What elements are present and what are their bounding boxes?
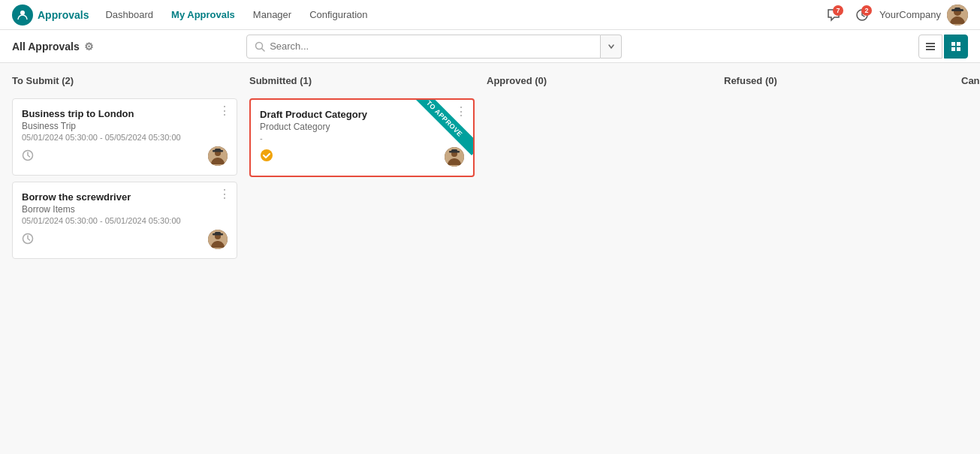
topnav-right: 7 2 YourCompany: [822, 4, 968, 26]
subheader: All Approvals ⚙: [0, 30, 980, 63]
card-subtitle: Borrow Items: [22, 204, 228, 215]
card-footer: [260, 147, 464, 167]
clock-icon: [22, 233, 34, 247]
search-dropdown-button[interactable]: [601, 35, 622, 59]
column-cancelled: Can: [961, 75, 980, 98]
column-approved-header: Approved (0): [487, 75, 712, 91]
search-icon: [255, 41, 265, 52]
card-business-trip[interactable]: ⋮ Business trip to London Business Trip …: [12, 98, 237, 176]
card-title: Borrow the screwdriver: [22, 191, 228, 203]
card-borrow-screwdriver[interactable]: ⋮ Borrow the screwdriver Borrow Items 05…: [12, 182, 237, 259]
column-submitted: Submitted (1) TO APPROVE ⋮ Draft Product…: [249, 75, 475, 177]
svg-rect-19: [213, 150, 223, 152]
search-container: [246, 35, 622, 59]
svg-rect-29: [449, 151, 460, 153]
column-submitted-header: Submitted (1): [249, 75, 475, 91]
top-navigation: Approvals Dashboard My Approvals Manager…: [0, 0, 980, 30]
card-menu-icon[interactable]: ⋮: [455, 106, 467, 118]
kanban-board: To Submit (2) ⋮ Business trip to London …: [0, 63, 980, 271]
svg-rect-5: [951, 9, 963, 11]
view-toggle: [918, 35, 968, 59]
nav-manager[interactable]: Manager: [246, 0, 299, 30]
svg-rect-10: [926, 49, 935, 50]
column-to-submit-cards: ⋮ Business trip to London Business Trip …: [12, 98, 237, 259]
card-subtitle: Business Trip: [22, 121, 228, 131]
column-to-submit-header: To Submit (2): [12, 75, 237, 91]
column-cancelled-header: Can: [961, 75, 980, 91]
clock-icon: [22, 149, 34, 164]
user-avatar[interactable]: [947, 5, 968, 26]
card-footer: [22, 146, 228, 166]
svg-rect-14: [957, 47, 960, 51]
card-menu-icon[interactable]: ⋮: [219, 188, 231, 200]
card-date: 05/01/2024 05:30:00 - 05/05/2024 05:30:0…: [22, 133, 228, 142]
card-avatar: [445, 147, 464, 167]
activities-badge: 2: [861, 5, 872, 16]
page-title-area: All Approvals ⚙: [12, 41, 94, 53]
nav-configuration[interactable]: Configuration: [302, 0, 375, 30]
messages-button[interactable]: 7: [822, 4, 845, 26]
nav-my-approvals[interactable]: My Approvals: [164, 0, 243, 30]
list-icon: [925, 41, 936, 52]
column-refused-header: Refused (0): [724, 75, 949, 91]
svg-rect-8: [926, 43, 935, 44]
card-date: 05/01/2024 05:30:00 - 05/01/2024 05:30:0…: [22, 216, 228, 225]
svg-rect-9: [926, 46, 935, 47]
list-view-button[interactable]: [918, 35, 942, 59]
chevron-down-icon: [608, 43, 615, 50]
brand-logo[interactable]: Approvals: [12, 5, 89, 26]
card-menu-icon[interactable]: ⋮: [219, 105, 231, 117]
svg-rect-12: [957, 42, 960, 46]
brand-icon: [12, 5, 33, 26]
svg-point-0: [20, 11, 25, 15]
checkmark-icon: [260, 149, 273, 165]
search-bar: [246, 35, 601, 59]
column-to-submit: To Submit (2) ⋮ Business trip to London …: [12, 75, 237, 259]
svg-rect-11: [951, 42, 955, 46]
svg-point-25: [261, 149, 273, 161]
kanban-icon: [951, 41, 961, 52]
search-input[interactable]: [270, 41, 593, 52]
nav-dashboard[interactable]: Dashboard: [98, 0, 161, 30]
settings-gear-icon[interactable]: ⚙: [84, 41, 94, 53]
kanban-view-button[interactable]: [944, 35, 968, 59]
page-title: All Approvals: [12, 41, 80, 53]
column-refused: Refused (0): [724, 75, 949, 98]
card-avatar: [208, 230, 228, 249]
svg-rect-13: [951, 47, 955, 51]
column-submitted-cards: TO APPROVE ⋮ Draft Product Category Prod…: [249, 98, 475, 177]
card-avatar: [208, 146, 228, 166]
card-subtitle: Product Category: [260, 122, 464, 132]
brand-label: Approvals: [38, 9, 89, 21]
card-title: Draft Product Category: [260, 109, 464, 120]
svg-line-7: [262, 48, 265, 51]
card-title: Business trip to London: [22, 108, 228, 119]
company-name[interactable]: YourCompany: [879, 9, 941, 20]
card-footer: [22, 230, 228, 249]
card-draft-product[interactable]: TO APPROVE ⋮ Draft Product Category Prod…: [249, 98, 475, 177]
card-date: -: [260, 134, 464, 143]
svg-rect-24: [213, 233, 223, 236]
column-approved: Approved (0): [487, 75, 712, 98]
activities-button[interactable]: 2: [851, 4, 873, 26]
messages-badge: 7: [833, 5, 843, 16]
